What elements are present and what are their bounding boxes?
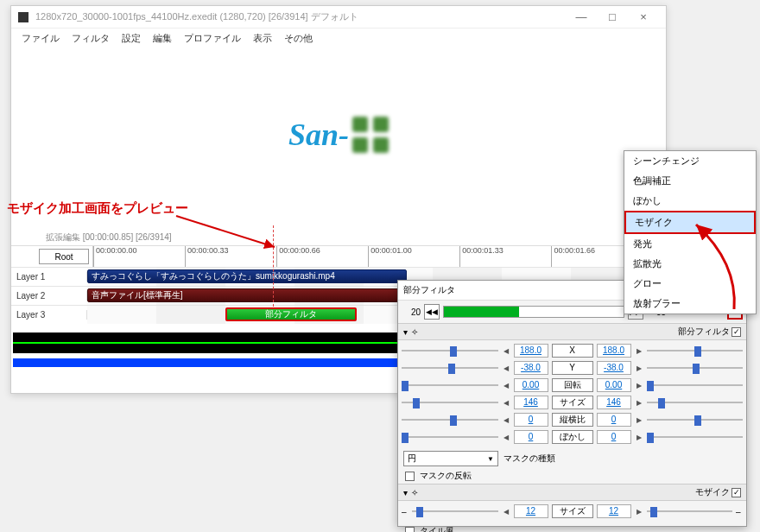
menu-file[interactable]: ファイル (16, 30, 65, 47)
effect-diffuse[interactable]: 拡散光 (624, 254, 756, 274)
left-arrow-icon[interactable]: ◀ (502, 508, 510, 516)
right-arrow-icon[interactable]: ▶ (635, 508, 643, 516)
menu-view[interactable]: 表示 (248, 30, 277, 47)
timeline-header: 拡張編集 [00:00:00.85] [26/3914] (39, 230, 666, 245)
effect-scenechange[interactable]: シーンチェンジ (624, 151, 756, 171)
param-slider-left[interactable] (402, 344, 498, 358)
right-arrow-icon[interactable]: ▶ (635, 382, 643, 390)
app-icon (18, 12, 28, 22)
param-value-right[interactable]: 0 (597, 430, 631, 444)
clip-video[interactable]: すみっコぐらし「すみっコぐらしのうた」sumikkogurashi.mp4 (87, 269, 407, 283)
layer-label-3[interactable]: Layer 3 (11, 310, 87, 320)
param-value-right[interactable]: -38.0 (597, 361, 631, 375)
param-slider-left[interactable] (402, 396, 498, 409)
param-slider-right[interactable] (647, 361, 744, 375)
ruler-tick: 00:00:00.00 (93, 246, 137, 267)
param-name-button[interactable]: ぼかし (552, 430, 593, 444)
mask-shape-value: 円 (408, 453, 416, 465)
param-value-left[interactable]: 0.00 (514, 378, 548, 392)
minimize-button[interactable]: — (566, 7, 597, 28)
param-slider-left[interactable] (402, 378, 498, 392)
right-arrow-icon[interactable]: ▶ (635, 347, 643, 355)
menu-settings[interactable]: 設定 (117, 30, 146, 47)
mosaic-size-left[interactable]: 12 (514, 504, 548, 518)
param-slider-right[interactable] (647, 344, 744, 358)
param-value-right[interactable]: 0.00 (597, 378, 631, 392)
menu-profile[interactable]: プロファイル (179, 30, 246, 47)
param-name-button[interactable]: 縦横比 (552, 413, 593, 427)
left-arrow-icon[interactable]: ◀ (502, 364, 510, 372)
ruler-tick: 00:00:00.33 (185, 246, 229, 267)
param-value-left[interactable]: 0 (514, 430, 548, 444)
layer-label-1[interactable]: Layer 1 (11, 272, 87, 282)
clip-audio[interactable]: 音声ファイル[標準再生] (87, 288, 407, 302)
param-slider-left[interactable] (402, 430, 498, 444)
annotation-text: モザイク加工画面をプレビュー (7, 200, 188, 217)
section-enable-checkbox[interactable]: ✓ (732, 488, 741, 497)
param-name-button[interactable]: サイズ (552, 396, 593, 409)
mosaic-size-right[interactable]: 12 (597, 504, 631, 518)
ruler-tick: 00:00:00.66 (276, 246, 320, 267)
param-value-left[interactable]: 0 (514, 413, 548, 427)
right-arrow-icon[interactable]: ▶ (635, 434, 643, 441)
left-arrow-icon[interactable]: ◀ (502, 416, 510, 424)
mosaic-size-button[interactable]: サイズ (552, 504, 593, 518)
right-arrow-icon[interactable]: ▶ (635, 416, 643, 424)
param-value-right[interactable]: 0 (597, 413, 631, 427)
mosaic-size-slider-right[interactable] (647, 504, 733, 518)
left-arrow-icon[interactable]: ◀ (502, 399, 510, 407)
clover-icon (352, 117, 389, 153)
param-slider-right[interactable] (647, 430, 744, 444)
param-value-left[interactable]: 188.0 (514, 344, 548, 358)
menu-other[interactable]: その他 (279, 30, 318, 47)
layer-label-2[interactable]: Layer 2 (11, 291, 87, 301)
param-value-left[interactable]: -38.0 (514, 361, 548, 375)
effect-mosaic[interactable]: モザイク (624, 211, 756, 234)
tile-checkbox[interactable] (405, 527, 415, 533)
timeline-ruler[interactable]: 00:00:00.00 00:00:00.33 00:00:00.66 00:0… (92, 246, 666, 267)
param-name-button[interactable]: Y (552, 361, 593, 375)
param-value-left[interactable]: 146 (514, 396, 548, 409)
right-arrow-icon[interactable]: ▶ (635, 364, 643, 372)
right-arrow-icon[interactable]: ▶ (635, 399, 643, 407)
menu-edit[interactable]: 編集 (148, 30, 177, 47)
param-value-right[interactable]: 146 (597, 396, 631, 409)
param-slider-left[interactable] (402, 413, 498, 427)
param-name-button[interactable]: 回転 (552, 378, 593, 392)
titlebar: 1280x720_30000-1001fps_44100Hz.exedit (1… (11, 6, 666, 28)
clip-partial-filter[interactable]: 部分フィルタ (225, 307, 357, 321)
preview-brand-text: San- (288, 117, 349, 153)
mask-shape-select[interactable]: 円 ▼ (403, 451, 498, 466)
left-arrow-icon[interactable]: ◀ (502, 434, 510, 441)
close-button[interactable]: × (628, 7, 659, 28)
param-slider-right[interactable] (647, 413, 744, 427)
ruler-tick: 00:00:01.66 (551, 246, 595, 267)
effect-radialblur[interactable]: 放射ブラー (624, 294, 756, 314)
mask-invert-checkbox[interactable] (405, 472, 415, 481)
timeline-root-button[interactable]: Root (39, 249, 89, 264)
section-label-mosaic: モザイク (695, 486, 730, 498)
collapse-icon[interactable]: ▾ (403, 327, 408, 337)
section-menu-icon[interactable]: ✧ (411, 327, 418, 337)
effect-glow2[interactable]: グロー (624, 274, 756, 294)
param-name-button[interactable]: X (552, 344, 593, 358)
param-value-right[interactable]: 188.0 (597, 344, 631, 358)
mosaic-size-slider-left[interactable] (412, 504, 498, 518)
left-arrow-icon[interactable]: ◀ (502, 347, 510, 355)
menu-filter[interactable]: フィルタ (66, 30, 115, 47)
collapse-icon[interactable]: ▾ (403, 488, 408, 497)
window-title: 1280x720_30000-1001fps_44100Hz.exedit (1… (35, 10, 566, 23)
frame-progress[interactable] (443, 306, 624, 318)
playhead[interactable] (273, 225, 274, 307)
effect-blur[interactable]: ぼかし (624, 191, 756, 211)
effect-glow[interactable]: 発光 (624, 234, 756, 254)
effect-colorcorrect[interactable]: 色調補正 (624, 171, 756, 191)
left-arrow-icon[interactable]: ◀ (502, 382, 510, 390)
frame-prev-fast-button[interactable]: ◀◀ (424, 304, 440, 320)
maximize-button[interactable]: □ (597, 7, 628, 28)
param-slider-left[interactable] (402, 361, 498, 375)
param-slider-right[interactable] (647, 378, 744, 392)
section-enable-checkbox[interactable]: ✓ (732, 327, 741, 337)
param-slider-right[interactable] (647, 396, 744, 409)
section-menu-icon[interactable]: ✧ (411, 488, 418, 497)
